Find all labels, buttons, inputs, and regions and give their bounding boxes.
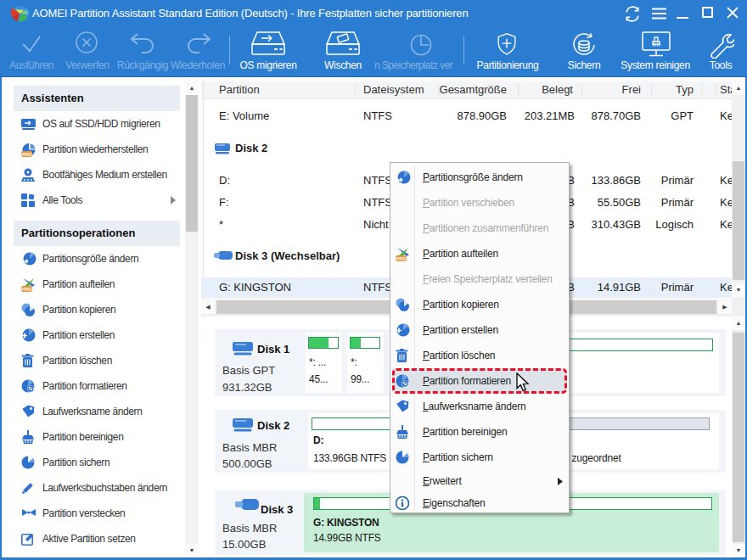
svg-text:PRO: PRO xyxy=(396,256,407,261)
svg-text:PRO: PRO xyxy=(22,287,33,292)
svg-text:PRO: PRO xyxy=(22,152,33,157)
